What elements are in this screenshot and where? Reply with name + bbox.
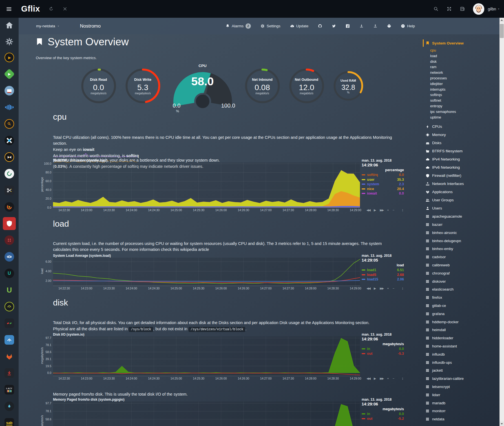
menu-item-cpus[interactable]: CPUs [426, 122, 496, 131]
influxdb-drop-icon[interactable] [0, 400, 19, 413]
play-button[interactable]: ▶ [374, 287, 376, 290]
username-menu[interactable]: gilbn [488, 7, 500, 11]
alarms-button[interactable]: Alarms2 [226, 23, 251, 29]
legend-row-load15[interactable]: load152.06 [362, 277, 404, 282]
menu-item-lazylibrarian-calibre[interactable]: lazylibrarian-calibre [426, 374, 496, 383]
menu-item-ram[interactable]: ram [426, 64, 496, 70]
pan-right-button[interactable]: ▶▶ [380, 208, 383, 212]
zoom-in-button[interactable]: + [387, 377, 389, 380]
facebook-link[interactable] [346, 24, 350, 28]
menu-item-diskover[interactable]: diskover [426, 277, 496, 286]
menu-item-applications[interactable]: Applications [426, 188, 496, 196]
gauge-disk-read[interactable]: Disk Read0.0megabytes/s [80, 68, 117, 104]
active-shield-app-icon[interactable] [0, 217, 19, 230]
refresh-icon[interactable] [48, 6, 54, 12]
jackett-icon[interactable] [0, 117, 19, 131]
menu-item-network[interactable]: network [426, 70, 496, 75]
menu-item-disk[interactable]: disk [426, 59, 496, 64]
search-icon[interactable] [433, 6, 439, 12]
deluge-swirl-icon[interactable] [0, 167, 19, 180]
menu-item-cpu[interactable]: cpu [426, 48, 496, 53]
home-icon[interactable] [0, 19, 19, 32]
cadvisor-icon[interactable] [0, 134, 19, 147]
menu-item-interrupts[interactable]: interrupts [426, 87, 496, 92]
chart-resize-handle[interactable]: ↕ [402, 286, 404, 290]
menu-item-mariadb[interactable]: mariadb [426, 399, 496, 407]
menu-item-home-assistant[interactable]: home-assistant [426, 342, 496, 350]
menu-item-network-interfaces[interactable]: Network Interfaces [426, 180, 496, 188]
menu-item-bazarr[interactable]: bazarr [426, 220, 496, 229]
menu-item-users[interactable]: Users [426, 204, 496, 212]
gauge-net-inbound[interactable]: Net Inbound0.08megabits/s [244, 68, 281, 104]
legend-row-load1[interactable]: load16.51 [362, 268, 404, 273]
legend-row-in[interactable]: in0.0 [362, 347, 404, 351]
play-button[interactable]: ▶ [374, 208, 376, 212]
bazarr-icon[interactable] [0, 84, 19, 97]
lazylibrarian-icon[interactable]: LAZY [0, 383, 19, 396]
menu-item-binhex-airsonic[interactable]: binhex-airsonic [426, 229, 496, 237]
gitlab-fox-icon[interactable] [0, 350, 19, 363]
zoom-in-button[interactable]: + [387, 208, 389, 212]
gauge-disk-write[interactable]: Disk Write5.3megabytes/s [125, 68, 161, 104]
menu-item-firefox[interactable]: firefox [426, 293, 496, 302]
capsules-app-icon[interactable] [0, 316, 19, 330]
menu-item-gitlab-ce[interactable]: gitlab-ce [426, 302, 496, 310]
chart-plot-load[interactable]: 2.004.006.0014:22:3014:23:0014:23:3014:2… [39, 254, 362, 291]
export-snapshot-button[interactable] [359, 24, 364, 28]
ubooquity-icon[interactable]: U [0, 267, 19, 280]
gauge-net-outbound[interactable]: Net Outbound12.0megabits/s [288, 68, 325, 104]
gauge-cpu[interactable]: CPU58.00.0100.0% [169, 64, 236, 111]
update-button[interactable]: Update [290, 24, 309, 28]
airsonic-icon[interactable] [0, 101, 19, 114]
menu-item-elasticsearch[interactable]: elasticsearch [426, 286, 496, 294]
menu-item-disks[interactable]: Disks [426, 139, 496, 147]
legend-row-out[interactable]: out-5.2 [362, 416, 404, 421]
chart-plot-cpu[interactable]: 0.020.040.060.080.0100.014:22:3014:23:00… [39, 159, 362, 213]
legend-row-in[interactable]: in0.0 [362, 412, 404, 416]
pan-right-button[interactable]: ▶▶ [380, 287, 383, 290]
unifi-u-icon[interactable]: U [0, 283, 19, 297]
legend-row-nice[interactable]: nice20.4 [362, 187, 404, 191]
menu-item-letsencrypt[interactable]: letsencrypt [426, 383, 496, 391]
chart-resize-handle[interactable]: ↕ [402, 208, 404, 212]
menu-item-binhex-emby[interactable]: binhex-emby [426, 245, 496, 253]
menu-item-user-groups[interactable]: User Groups [426, 196, 496, 204]
menu-item-uptime[interactable]: uptime [426, 115, 496, 120]
import-snapshot-button[interactable] [373, 24, 377, 28]
twitter-link[interactable] [332, 24, 336, 28]
menu-item-monitorr[interactable]: monitorr [426, 407, 496, 415]
grafana-icon[interactable] [0, 200, 19, 214]
close-tab-icon[interactable] [62, 6, 68, 12]
menu-item-binhex-delugevpn[interactable]: binhex-delugevpn [426, 237, 496, 245]
print-button[interactable] [387, 24, 391, 28]
menu-item-idlejitter[interactable]: idlejitter [426, 81, 496, 87]
menu-item-ipv4-networking[interactable]: IPv4 Networking [426, 155, 496, 163]
scroll-up-arrow[interactable] [499, 18, 504, 22]
menu-item-softnet[interactable]: softnet [426, 98, 496, 103]
mariadb-dots-icon[interactable] [0, 233, 19, 247]
chart-plot-pgpgio[interactable]: 0.019.539.158.678.197.714:22:3014:23:001… [39, 398, 362, 426]
hamburger-menu-icon[interactable] [5, 6, 12, 12]
menu-item-softirqs[interactable]: softirqs [426, 92, 496, 98]
help-button[interactable]: ?Help [401, 24, 415, 28]
legend-row-system[interactable]: system2.3 [362, 182, 404, 187]
menu-item-firewall-netfilter-[interactable]: Firewall (netfilter) [426, 171, 496, 180]
scroll-down-arrow[interactable] [499, 421, 504, 426]
menu-item-processes[interactable]: processes [426, 75, 496, 81]
scrollbar[interactable] [499, 18, 504, 426]
menu-item-system-overview[interactable]: System Overview [423, 39, 496, 47]
server-dropdown[interactable]: my-netdata [36, 24, 60, 28]
gauge-used-ram[interactable]: Used RAM32.8% [333, 70, 364, 102]
menu-item-grafana[interactable]: grafana [426, 310, 496, 318]
zoom-out-button[interactable]: − [393, 208, 394, 212]
pan-left-button[interactable]: ◀◀ [366, 208, 370, 212]
legend-row-softirq[interactable]: softirq0.0 [362, 173, 404, 177]
plex-icon[interactable]: ▶ [0, 51, 19, 64]
chart-resize-handle[interactable]: ↕ [402, 376, 404, 380]
menu-item-hiddenloader[interactable]: hiddenloader [426, 334, 496, 342]
scrollbar-thumb[interactable] [500, 24, 504, 38]
menu-item-netdata[interactable]: netdata [426, 415, 496, 423]
pan-right-button[interactable]: ▶▶ [380, 377, 383, 380]
menu-item-btrfs-filesystem[interactable]: BTRFS filesystem [426, 147, 496, 155]
pan-left-button[interactable]: ◀◀ [366, 377, 370, 380]
